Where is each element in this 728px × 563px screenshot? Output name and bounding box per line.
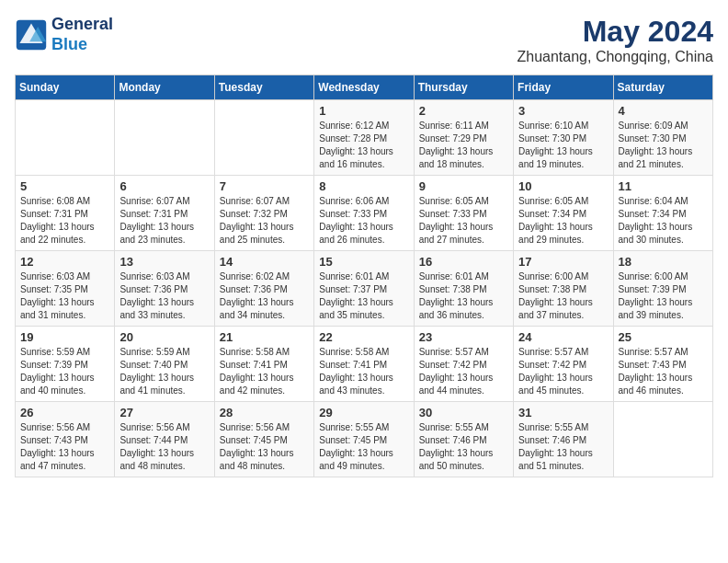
day-cell: 25Sunrise: 5:57 AM Sunset: 7:43 PM Dayli… xyxy=(613,327,712,402)
day-cell xyxy=(16,100,115,176)
day-cell: 26Sunrise: 5:56 AM Sunset: 7:43 PM Dayli… xyxy=(16,402,115,477)
logo-icon xyxy=(15,18,48,52)
day-cell: 8Sunrise: 6:06 AM Sunset: 7:33 PM Daylig… xyxy=(314,176,414,251)
day-content: Sunrise: 5:56 AM Sunset: 7:43 PM Dayligh… xyxy=(20,421,109,473)
day-cell: 14Sunrise: 6:02 AM Sunset: 7:36 PM Dayli… xyxy=(214,251,313,327)
day-number: 3 xyxy=(518,104,608,118)
day-number: 16 xyxy=(419,255,508,269)
day-cell: 6Sunrise: 6:07 AM Sunset: 7:31 PM Daylig… xyxy=(115,176,214,251)
day-number: 27 xyxy=(119,406,209,419)
day-content: Sunrise: 5:56 AM Sunset: 7:45 PM Dayligh… xyxy=(220,421,309,473)
header-cell-tuesday: Tuesday xyxy=(214,75,313,100)
week-row-3: 12Sunrise: 6:03 AM Sunset: 7:35 PM Dayli… xyxy=(16,251,713,327)
day-cell: 5Sunrise: 6:08 AM Sunset: 7:31 PM Daylig… xyxy=(16,176,115,251)
day-cell: 1Sunrise: 6:12 AM Sunset: 7:28 PM Daylig… xyxy=(314,100,414,176)
day-number: 5 xyxy=(20,179,109,193)
header-row: SundayMondayTuesdayWednesdayThursdayFrid… xyxy=(16,75,713,100)
day-cell: 30Sunrise: 5:55 AM Sunset: 7:46 PM Dayli… xyxy=(414,402,513,477)
day-cell: 17Sunrise: 6:00 AM Sunset: 7:38 PM Dayli… xyxy=(514,251,613,327)
day-number: 25 xyxy=(619,330,708,344)
day-cell xyxy=(613,402,712,477)
day-content: Sunrise: 6:07 AM Sunset: 7:31 PM Dayligh… xyxy=(119,195,209,247)
day-content: Sunrise: 6:03 AM Sunset: 7:36 PM Dayligh… xyxy=(119,270,209,322)
day-cell: 31Sunrise: 5:55 AM Sunset: 7:46 PM Dayli… xyxy=(514,402,613,477)
day-cell: 23Sunrise: 5:57 AM Sunset: 7:42 PM Dayli… xyxy=(414,327,513,402)
day-number: 20 xyxy=(119,330,209,344)
day-content: Sunrise: 6:04 AM Sunset: 7:34 PM Dayligh… xyxy=(619,195,708,247)
day-number: 24 xyxy=(518,330,608,344)
day-number: 17 xyxy=(518,255,608,269)
day-number: 2 xyxy=(419,104,508,118)
day-number: 11 xyxy=(619,179,708,193)
day-number: 10 xyxy=(518,179,608,193)
header-cell-friday: Friday xyxy=(514,75,613,100)
week-row-4: 19Sunrise: 5:59 AM Sunset: 7:39 PM Dayli… xyxy=(16,327,713,402)
day-cell: 2Sunrise: 6:11 AM Sunset: 7:29 PM Daylig… xyxy=(414,100,513,176)
day-cell: 28Sunrise: 5:56 AM Sunset: 7:45 PM Dayli… xyxy=(214,402,313,477)
week-row-2: 5Sunrise: 6:08 AM Sunset: 7:31 PM Daylig… xyxy=(16,176,713,251)
day-number: 26 xyxy=(20,406,109,419)
day-cell xyxy=(115,100,214,176)
day-number: 12 xyxy=(20,255,109,269)
day-content: Sunrise: 6:12 AM Sunset: 7:28 PM Dayligh… xyxy=(319,120,408,171)
day-number: 8 xyxy=(319,179,408,193)
day-cell: 16Sunrise: 6:01 AM Sunset: 7:38 PM Dayli… xyxy=(414,251,513,327)
header-cell-saturday: Saturday xyxy=(613,75,712,100)
day-number: 4 xyxy=(619,104,708,118)
header-cell-thursday: Thursday xyxy=(414,75,513,100)
day-content: Sunrise: 6:08 AM Sunset: 7:31 PM Dayligh… xyxy=(20,195,109,247)
day-content: Sunrise: 5:56 AM Sunset: 7:44 PM Dayligh… xyxy=(119,421,209,473)
logo-general: General xyxy=(51,15,113,35)
day-content: Sunrise: 5:59 AM Sunset: 7:39 PM Dayligh… xyxy=(20,346,109,397)
day-content: Sunrise: 5:57 AM Sunset: 7:42 PM Dayligh… xyxy=(419,346,508,397)
day-cell: 27Sunrise: 5:56 AM Sunset: 7:44 PM Dayli… xyxy=(115,402,214,477)
day-number: 1 xyxy=(319,104,408,118)
day-number: 29 xyxy=(319,406,408,419)
day-content: Sunrise: 6:06 AM Sunset: 7:33 PM Dayligh… xyxy=(319,195,408,247)
day-cell: 22Sunrise: 5:58 AM Sunset: 7:41 PM Dayli… xyxy=(314,327,414,402)
day-number: 30 xyxy=(419,406,508,419)
day-content: Sunrise: 6:09 AM Sunset: 7:30 PM Dayligh… xyxy=(619,120,708,171)
day-cell: 4Sunrise: 6:09 AM Sunset: 7:30 PM Daylig… xyxy=(613,100,712,176)
day-content: Sunrise: 6:01 AM Sunset: 7:38 PM Dayligh… xyxy=(419,270,508,322)
day-number: 19 xyxy=(20,330,109,344)
header-cell-wednesday: Wednesday xyxy=(314,75,414,100)
day-cell xyxy=(214,100,313,176)
header-cell-sunday: Sunday xyxy=(16,75,115,100)
day-number: 7 xyxy=(220,179,309,193)
header: General Blue May 2024 Zhuantang, Chongqi… xyxy=(15,15,713,65)
day-content: Sunrise: 5:55 AM Sunset: 7:45 PM Dayligh… xyxy=(319,421,408,473)
week-row-5: 26Sunrise: 5:56 AM Sunset: 7:43 PM Dayli… xyxy=(16,402,713,477)
day-content: Sunrise: 5:55 AM Sunset: 7:46 PM Dayligh… xyxy=(518,421,608,473)
day-cell: 18Sunrise: 6:00 AM Sunset: 7:39 PM Dayli… xyxy=(613,251,712,327)
day-cell: 9Sunrise: 6:05 AM Sunset: 7:33 PM Daylig… xyxy=(414,176,513,251)
day-content: Sunrise: 5:58 AM Sunset: 7:41 PM Dayligh… xyxy=(220,346,309,397)
title-area: May 2024 Zhuantang, Chongqing, China xyxy=(518,15,714,65)
day-content: Sunrise: 6:05 AM Sunset: 7:34 PM Dayligh… xyxy=(518,195,608,247)
day-cell: 20Sunrise: 5:59 AM Sunset: 7:40 PM Dayli… xyxy=(115,327,214,402)
calendar-table: SundayMondayTuesdayWednesdayThursdayFrid… xyxy=(15,75,713,477)
day-content: Sunrise: 6:00 AM Sunset: 7:39 PM Dayligh… xyxy=(619,270,708,322)
day-cell: 10Sunrise: 6:05 AM Sunset: 7:34 PM Dayli… xyxy=(514,176,613,251)
day-content: Sunrise: 6:03 AM Sunset: 7:35 PM Dayligh… xyxy=(20,270,109,322)
day-cell: 29Sunrise: 5:55 AM Sunset: 7:45 PM Dayli… xyxy=(314,402,414,477)
day-content: Sunrise: 6:01 AM Sunset: 7:37 PM Dayligh… xyxy=(319,270,408,322)
day-cell: 12Sunrise: 6:03 AM Sunset: 7:35 PM Dayli… xyxy=(16,251,115,327)
day-cell: 3Sunrise: 6:10 AM Sunset: 7:30 PM Daylig… xyxy=(514,100,613,176)
day-number: 21 xyxy=(220,330,309,344)
day-number: 9 xyxy=(419,179,508,193)
week-row-1: 1Sunrise: 6:12 AM Sunset: 7:28 PM Daylig… xyxy=(16,100,713,176)
day-content: Sunrise: 5:57 AM Sunset: 7:42 PM Dayligh… xyxy=(518,346,608,397)
day-cell: 19Sunrise: 5:59 AM Sunset: 7:39 PM Dayli… xyxy=(16,327,115,402)
day-content: Sunrise: 5:58 AM Sunset: 7:41 PM Dayligh… xyxy=(319,346,408,397)
header-cell-monday: Monday xyxy=(115,75,214,100)
day-content: Sunrise: 5:55 AM Sunset: 7:46 PM Dayligh… xyxy=(419,421,508,473)
day-content: Sunrise: 6:05 AM Sunset: 7:33 PM Dayligh… xyxy=(419,195,508,247)
day-number: 15 xyxy=(319,255,408,269)
day-content: Sunrise: 6:11 AM Sunset: 7:29 PM Dayligh… xyxy=(419,120,508,171)
day-content: Sunrise: 6:02 AM Sunset: 7:36 PM Dayligh… xyxy=(220,270,309,322)
day-number: 31 xyxy=(518,406,608,419)
day-content: Sunrise: 6:07 AM Sunset: 7:32 PM Dayligh… xyxy=(220,195,309,247)
day-content: Sunrise: 5:57 AM Sunset: 7:43 PM Dayligh… xyxy=(619,346,708,397)
day-number: 18 xyxy=(619,255,708,269)
